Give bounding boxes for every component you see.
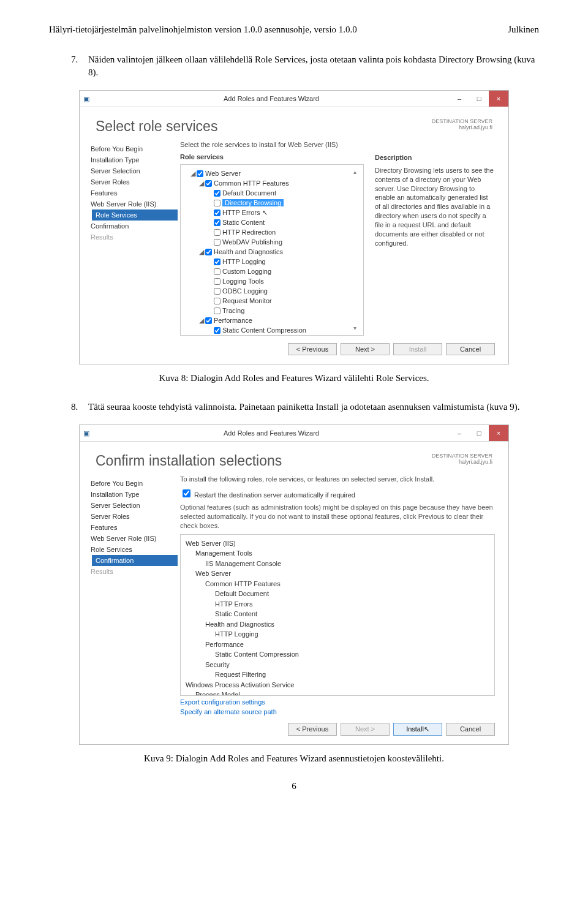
list-item: Default Document [186,589,489,599]
tree-checkbox[interactable] [214,258,221,265]
tree-checkbox[interactable] [214,229,221,236]
wizard-heading: Confirm installation selections [96,453,282,469]
instruction-step-8: 8. Tätä seuraa kooste tehdyistä valinnoi… [71,401,539,413]
role-services-tree[interactable]: ◢Web Server◢Common HTTP FeaturesDefault … [180,164,364,336]
nav-item[interactable]: Installation Type [91,154,178,165]
tree-item[interactable]: Logging Tools [183,276,361,286]
cancel-button[interactable]: Cancel [446,723,495,736]
next-button[interactable]: Next > [341,723,390,736]
tree-item-label: Directory Browsing [222,199,284,206]
tree-item[interactable]: Tracing [183,306,361,315]
tree-checkbox[interactable] [214,298,221,304]
tree-checkbox[interactable] [214,239,221,246]
tree-checkbox[interactable] [197,170,203,177]
scrollbar[interactable]: ▴▾ [353,168,362,331]
tree-checkbox[interactable] [214,268,221,275]
nav-item[interactable]: Web Server Role (IIS) [91,198,178,209]
nav-item[interactable]: Confirmation [92,555,178,566]
nav-item[interactable]: Results [91,232,178,243]
step-number: 8. [71,401,88,413]
nav-item[interactable]: Role Services [92,209,178,221]
list-item: Process Model [186,690,489,696]
tree-checkbox[interactable] [214,200,221,206]
list-item: Management Tools [186,548,489,559]
nav-item[interactable]: Server Selection [91,500,178,511]
alternate-source-link[interactable]: Specify an alternate source path [180,708,495,715]
tree-item[interactable]: Custom Logging [183,266,361,276]
tree-item-label: Web Server [205,170,241,177]
tree-item[interactable]: Static Content [183,217,361,227]
tree-item[interactable]: Default Document [183,188,361,198]
destination-server-panel: DESTINATION SERVER halyri.ad.jyu.fi [432,118,492,130]
nav-item[interactable]: Installation Type [91,489,178,500]
nav-item[interactable]: Results [91,566,178,577]
nav-item[interactable]: Features [91,187,178,198]
tree-checkbox[interactable] [214,327,221,334]
nav-item[interactable]: Confirmation [91,221,178,232]
tree-checkbox[interactable] [214,209,221,216]
instruction-step-7: 7. Näiden valintojen jälkeen ollaan väli… [71,53,539,79]
previous-button[interactable]: < Previous [288,723,337,736]
next-button[interactable]: Next > [341,343,390,355]
tree-item[interactable]: Dynamic Content Compression [183,335,361,336]
nav-item[interactable]: Role Services [91,544,178,555]
tree-item-label: Default Document [222,189,276,197]
tree-item-label: HTTP Errors [222,209,260,216]
maximize-button[interactable]: □ [469,91,489,107]
restart-checkbox-row[interactable]: Restart the destination server automatic… [180,488,495,499]
close-button[interactable]: × [489,91,508,107]
cancel-button[interactable]: Cancel [446,343,495,355]
selections-list[interactable]: Web Server (IIS)Management ToolsIIS Mana… [180,534,495,696]
minimize-button[interactable]: – [450,91,469,107]
tree-item-label: Health and Diagnostics [214,248,283,255]
tree-item-label: Logging Tools [222,277,264,285]
nav-item[interactable]: Before You Begin [91,143,178,154]
figure-8-wizard: ▣ Add Roles and Features Wizard – □ × Se… [79,90,509,364]
tree-item-label: Static Content Compression [222,326,306,334]
nav-item[interactable]: Server Roles [91,176,178,187]
tree-item[interactable]: HTTP Logging [183,257,361,266]
tree-item[interactable]: ◢Performance [183,315,361,325]
tree-item-label: Request Monitor [222,297,272,304]
tree-checkbox[interactable] [205,180,212,187]
tree-item[interactable]: ◢Common HTTP Features [183,178,361,188]
tree-checkbox[interactable] [214,308,221,314]
tree-item-label: WebDAV Publishing [222,238,282,246]
tree-checkbox[interactable] [205,249,212,255]
window-titlebar: ▣ Add Roles and Features Wizard – □ × [80,91,508,107]
tree-item[interactable]: WebDAV Publishing [183,237,361,247]
tree-checkbox[interactable] [205,317,212,324]
tree-checkbox[interactable] [214,219,221,226]
minimize-button[interactable]: – [450,425,469,441]
export-settings-link[interactable]: Export configuration settings [180,698,495,706]
figure-9-caption: Kuva 9: Dialogin Add Roles and Features … [49,753,539,764]
previous-button[interactable]: < Previous [288,343,337,355]
tree-item[interactable]: Directory Browsing [183,198,361,208]
tree-checkbox[interactable] [214,190,221,197]
tree-item[interactable]: ODBC Logging [183,286,361,296]
list-item: Web Server (IIS) [186,538,489,549]
nav-item[interactable]: Features [91,522,178,533]
close-button[interactable]: × [489,425,508,441]
tree-item[interactable]: Request Monitor [183,296,361,306]
tree-item[interactable]: ◢Health and Diagnostics [183,247,361,257]
description-text: Directory Browsing lets users to see the… [375,166,495,248]
list-item: Request Filtering [186,670,489,680]
tree-checkbox[interactable] [214,288,221,295]
nav-item[interactable]: Server Selection [91,165,178,176]
nav-item[interactable]: Server Roles [91,511,178,522]
nav-item[interactable]: Web Server Role (IIS) [91,533,178,544]
list-item: HTTP Errors [186,599,489,609]
nav-item[interactable]: Before You Begin [91,478,178,489]
tree-item[interactable]: ◢Web Server [183,168,361,178]
list-item: Performance [186,640,489,650]
tree-item[interactable]: HTTP Errors ↖ [183,208,361,217]
maximize-button[interactable]: □ [469,425,489,441]
install-button[interactable]: Install↖ [393,723,442,736]
wizard-nav: Before You BeginInstallation TypeServer … [80,141,178,336]
install-button[interactable]: Install [393,343,442,355]
tree-checkbox[interactable] [214,278,221,285]
tree-item[interactable]: HTTP Redirection [183,227,361,237]
restart-checkbox[interactable] [183,489,190,497]
tree-item[interactable]: Static Content Compression [183,325,361,335]
